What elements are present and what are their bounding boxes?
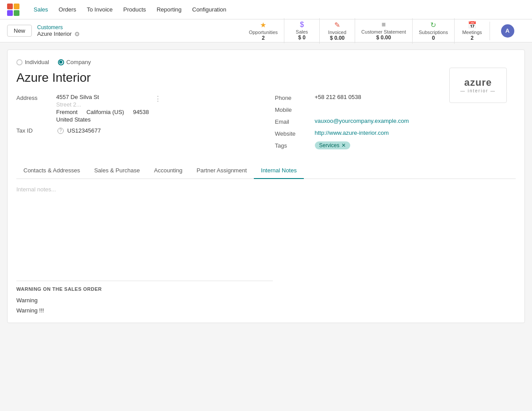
customer-type-radio: Individual Company [16,59,516,65]
tab-content-internal-notes: Internal notes... [16,179,516,267]
nav-configuration[interactable]: Configuration [188,4,231,15]
nav-sales[interactable]: Sales [29,4,53,15]
address-block: 4557 De Silva St Street 2... Fremont Cal… [56,94,149,123]
svg-rect-3 [14,10,19,16]
form-body: Address 4557 De Silva St Street 2... Fre… [16,94,516,154]
company-name-heading: Azure Interior [16,71,516,85]
radio-individual-circle [16,59,23,65]
website-link[interactable]: http://www.azure-interior.com [315,129,389,136]
tags-label: Tags [275,141,315,149]
tab-internal-notes[interactable]: Internal Notes [254,163,304,179]
stat-meetings-label: Meetings [462,30,482,35]
address-zip: 94538 [133,109,149,115]
stat-sales[interactable]: $ Sales $ 0 [284,18,319,43]
breadcrumb-parent[interactable]: Customers [37,24,80,30]
form-left: Address 4557 De Silva St Street 2... Fre… [16,94,257,154]
calendar-icon: 📅 [468,21,477,29]
warning-fields: Warning Warning !!! [16,297,273,314]
radio-company-label: Company [66,59,91,65]
tab-partner-assignment[interactable]: Partner Assignment [190,163,254,179]
email-value[interactable]: vauxoo@yourcompany.example.com [315,118,409,124]
tags-value: Services ✕ [315,141,350,149]
stat-invoiced[interactable]: ✎ Invoiced $ 0.00 [319,18,355,44]
stat-customer-statement-label: Customer Statement [361,29,406,34]
stat-meetings-value: 2 [471,35,474,41]
tax-id-value: US12345677 [67,127,101,134]
radio-individual[interactable]: Individual [16,59,49,65]
stat-subscriptions[interactable]: ↻ Subscriptions 0 [412,18,454,44]
stat-opportunities-label: Opportunities [249,30,278,35]
nav-orders[interactable]: Orders [54,4,81,15]
stat-invoiced-value: $ 0.00 [330,35,344,41]
breadcrumb-current: Azure Interior ⚙ [37,30,80,38]
stat-customer-statement[interactable]: ≡ Customer Statement $ 0.00 [355,18,412,43]
stat-sales-value: $ 0 [298,34,306,41]
breadcrumb-current-label: Azure Interior [37,30,72,37]
phone-label: Phone [275,94,315,101]
website-field-row: Website http://www.azure-interior.com [275,129,516,137]
invoice-icon: ✎ [334,21,340,29]
subscriptions-icon: ↻ [430,21,436,29]
tab-accounting[interactable]: Accounting [147,163,189,179]
svg-rect-1 [14,4,19,9]
tag-services-remove[interactable]: ✕ [341,142,346,148]
dollar-icon: $ [300,21,304,29]
website-label: Website [275,129,315,137]
main-content: Individual Company azure — interior — Az… [0,42,532,330]
tag-services: Services ✕ [315,141,350,149]
website-value[interactable]: http://www.azure-interior.com [315,129,389,136]
nav-to-invoice[interactable]: To Invoice [82,4,117,15]
email-link[interactable]: vauxoo@yourcompany.example.com [315,118,409,124]
customer-form: Individual Company azure — interior — Az… [7,49,525,323]
stat-subscriptions-label: Subscriptions [419,30,448,35]
warning-section: WARNING ON THE SALES ORDER Warning Warni… [16,281,273,314]
warning-value-1: Warning [16,297,273,304]
address-actions-button[interactable]: ⋮ [153,94,163,104]
stat-meetings[interactable]: 📅 Meetings 2 [454,18,490,44]
email-label: Email [275,118,315,125]
radio-company[interactable]: Company [58,59,91,65]
internal-notes-placeholder[interactable]: Internal notes... [16,186,56,193]
stat-customer-statement-value: $ 0.00 [376,34,391,41]
tags-field-row: Tags Services ✕ [275,141,516,149]
warning-value-2: Warning !!! [16,307,273,314]
tab-sales-purchase[interactable]: Sales & Purchase [87,163,147,179]
stat-sales-label: Sales [296,29,308,34]
form-right: Phone +58 212 681 0538 Mobile Email vaux… [275,94,516,154]
address-street1: 4557 De Silva St [56,94,149,100]
radio-company-circle [58,59,64,65]
tab-contacts-addresses[interactable]: Contacts & Addresses [16,163,87,179]
address-street2[interactable]: Street 2... [56,101,149,108]
avatar[interactable]: A [501,24,514,38]
radio-individual-label: Individual [25,59,49,65]
logo-text-interior: — interior — [460,88,496,93]
mobile-field-row: Mobile [275,106,516,113]
top-navigation: Sales Orders To Invoice Products Reporti… [0,0,532,19]
nav-products[interactable]: Products [119,4,150,15]
odoo-logo-icon [7,4,19,16]
email-field-row: Email vauxoo@yourcompany.example.com [275,118,516,125]
address-label: Address [16,94,56,101]
breadcrumb: Customers Azure Interior ⚙ [37,24,80,38]
svg-rect-2 [7,10,13,16]
stat-invoiced-label: Invoiced [328,30,346,35]
address-city: Fremont [56,109,77,115]
phone-value: +58 212 681 0538 [315,94,361,100]
address-city-row: Fremont California (US) 94538 [56,109,149,115]
user-avatar-container[interactable]: A [490,22,525,40]
statement-icon: ≡ [382,21,386,29]
stat-opportunities-value: 2 [262,35,265,41]
stat-opportunities[interactable]: ★ Opportunities 2 [243,18,284,44]
nav-links: Sales Orders To Invoice Products Reporti… [29,4,231,15]
logo-text-azure: azure [460,77,496,88]
settings-gear-icon[interactable]: ⚙ [74,30,80,38]
nav-reporting[interactable]: Reporting [152,4,186,15]
svg-rect-0 [7,4,13,9]
new-button[interactable]: New [7,25,32,37]
tax-id-help-icon[interactable]: ? [57,128,64,134]
action-bar: New Customers Azure Interior ⚙ ★ Opportu… [0,19,532,42]
address-field-row: Address 4557 De Silva St Street 2... Fre… [16,94,257,123]
tax-id-label: Tax ID [16,127,56,134]
tabs-bar: Contacts & Addresses Sales & Purchase Ac… [16,163,516,179]
tax-id-row: Tax ID ? US12345677 [16,127,257,134]
